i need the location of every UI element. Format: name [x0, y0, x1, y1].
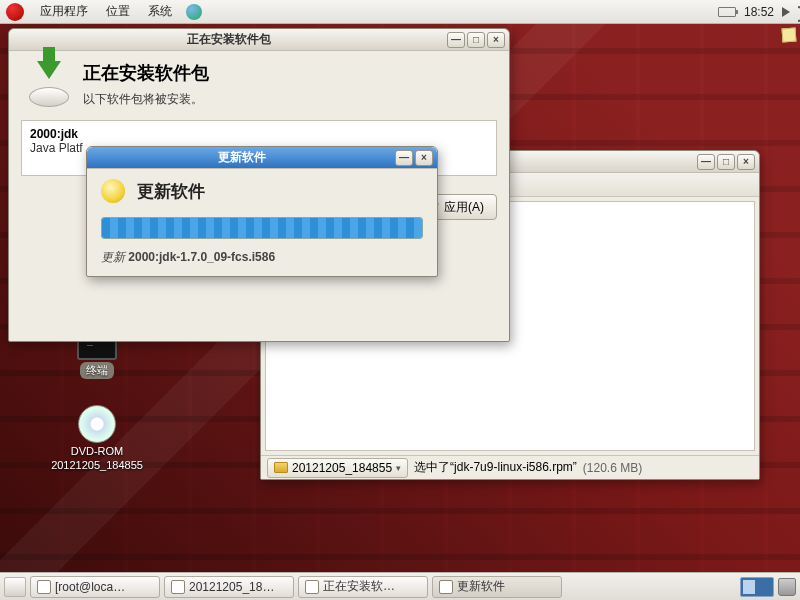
window-icon	[305, 580, 319, 594]
desktop-icon-label: DVD-ROM	[71, 445, 124, 457]
menu-places[interactable]: 位置	[98, 0, 138, 23]
taskbar-label: 正在安装软…	[323, 578, 395, 595]
location-chip[interactable]: 20121205_184855 ▾	[267, 458, 408, 478]
close-button[interactable]: ×	[737, 154, 755, 170]
minimize-button[interactable]: —	[395, 150, 413, 166]
dvd-icon	[78, 405, 116, 443]
taskbar-entry-installer[interactable]: 正在安装软…	[298, 576, 428, 598]
taskbar-label: 20121205_18…	[189, 580, 274, 594]
folder-icon	[274, 462, 288, 473]
close-button[interactable]: ×	[415, 150, 433, 166]
maximize-button[interactable]: □	[467, 32, 485, 48]
redhat-logo-icon[interactable]	[6, 3, 24, 21]
desktop-icon-dvd[interactable]: DVD-ROM 20121205_184855	[52, 405, 142, 471]
desktop-icon-label: 终端	[80, 362, 114, 379]
titlebar[interactable]: 正在安装软件包 — □ ×	[9, 29, 509, 51]
clock[interactable]: 18:52	[744, 5, 774, 19]
chevron-down-icon: ▾	[396, 463, 401, 473]
statusbar: 20121205_184855 ▾ 选中了“jdk-7u9-linux-i586…	[261, 455, 759, 479]
taskbar-entry-terminal[interactable]: [root@loca…	[30, 576, 160, 598]
update-dialog[interactable]: 更新软件 — × 更新软件 更新 2000:jdk-1.7.0_09-fcs.i…	[86, 146, 438, 277]
close-button[interactable]: ×	[487, 32, 505, 48]
button-label: 应用(A)	[444, 199, 484, 216]
browser-launcher-icon[interactable]	[186, 4, 202, 20]
window-icon	[37, 580, 51, 594]
lightbulb-icon	[101, 179, 125, 203]
window-title: 更新软件	[91, 149, 393, 166]
workspace-switcher[interactable]	[740, 577, 774, 597]
menu-applications[interactable]: 应用程序	[32, 0, 96, 23]
window-title: 正在安装软件包	[13, 31, 445, 48]
menu-system[interactable]: 系统	[140, 0, 180, 23]
location-label: 20121205_184855	[292, 461, 392, 475]
taskbar-label: [root@loca…	[55, 580, 125, 594]
window-icon	[171, 580, 185, 594]
download-icon	[25, 61, 71, 107]
taskbar-entry-update[interactable]: 更新软件	[432, 576, 562, 598]
minimize-button[interactable]: —	[447, 32, 465, 48]
status-size: (120.6 MB)	[583, 461, 642, 475]
top-panel: 应用程序 位置 系统 18:52	[0, 0, 800, 24]
update-heading: 更新软件	[137, 180, 205, 203]
taskbar-label: 更新软件	[457, 578, 505, 595]
installer-subheading: 以下软件包将被安装。	[83, 91, 209, 108]
volume-icon[interactable]	[782, 7, 790, 17]
taskbar-entry-filebrowser[interactable]: 20121205_18…	[164, 576, 294, 598]
installer-heading: 正在安装软件包	[83, 61, 209, 85]
progress-bar	[101, 217, 423, 239]
progress-text: 更新 2000:jdk-1.7.0_09-fcs.i586	[101, 249, 423, 266]
titlebar[interactable]: 更新软件 — ×	[87, 147, 437, 169]
status-text: 选中了“jdk-7u9-linux-i586.rpm”	[414, 459, 577, 476]
package-name: 2000:jdk	[30, 127, 488, 141]
show-desktop-button[interactable]	[4, 577, 26, 597]
trash-icon[interactable]	[778, 578, 796, 596]
maximize-button[interactable]: □	[717, 154, 735, 170]
window-icon	[439, 580, 453, 594]
battery-icon[interactable]	[718, 7, 736, 17]
desktop-icon-label: 20121205_184855	[51, 459, 143, 471]
bottom-taskbar: [root@loca… 20121205_18… 正在安装软… 更新软件	[0, 572, 800, 600]
sticky-note-icon[interactable]	[782, 28, 797, 43]
minimize-button[interactable]: —	[697, 154, 715, 170]
